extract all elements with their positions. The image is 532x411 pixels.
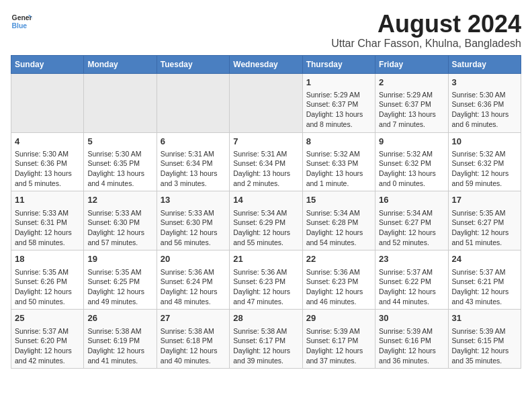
- empty-day-cell: [157, 73, 229, 132]
- calendar-day-cell: 18Sunrise: 5:35 AM Sunset: 6:26 PM Dayli…: [11, 250, 84, 310]
- day-content: Sunrise: 5:30 AM Sunset: 6:36 PM Dayligh…: [452, 90, 517, 130]
- day-content: Sunrise: 5:31 AM Sunset: 6:34 PM Dayligh…: [233, 149, 298, 189]
- day-content: Sunrise: 5:34 AM Sunset: 6:27 PM Dayligh…: [379, 208, 444, 248]
- day-content: Sunrise: 5:38 AM Sunset: 6:18 PM Dayligh…: [161, 326, 226, 366]
- day-content: Sunrise: 5:29 AM Sunset: 6:37 PM Dayligh…: [379, 90, 444, 130]
- logo-icon: General Blue: [11, 11, 32, 32]
- day-content: Sunrise: 5:34 AM Sunset: 6:28 PM Dayligh…: [306, 208, 371, 248]
- calendar-day-cell: 29Sunrise: 5:39 AM Sunset: 6:17 PM Dayli…: [302, 310, 375, 369]
- calendar-day-cell: 17Sunrise: 5:35 AM Sunset: 6:27 PM Dayli…: [448, 191, 521, 250]
- day-number: 31: [452, 312, 517, 324]
- calendar-week-row: 4Sunrise: 5:30 AM Sunset: 6:36 PM Daylig…: [11, 132, 521, 191]
- calendar-day-cell: 4Sunrise: 5:30 AM Sunset: 6:36 PM Daylig…: [11, 132, 84, 191]
- calendar-title: August 2024: [331, 11, 521, 38]
- page-header: General Blue August 2024 Uttar Char Fass…: [11, 11, 521, 50]
- day-content: Sunrise: 5:34 AM Sunset: 6:29 PM Dayligh…: [233, 208, 298, 248]
- calendar-day-cell: 22Sunrise: 5:36 AM Sunset: 6:23 PM Dayli…: [302, 250, 375, 310]
- weekday-header-saturday: Saturday: [448, 55, 521, 73]
- day-number: 17: [452, 194, 517, 206]
- calendar-day-cell: 2Sunrise: 5:29 AM Sunset: 6:37 PM Daylig…: [375, 73, 448, 132]
- calendar-day-cell: 23Sunrise: 5:37 AM Sunset: 6:22 PM Dayli…: [375, 250, 448, 310]
- empty-day-cell: [230, 73, 302, 132]
- day-number: 26: [87, 312, 152, 324]
- day-content: Sunrise: 5:33 AM Sunset: 6:31 PM Dayligh…: [15, 208, 80, 248]
- day-number: 2: [379, 77, 444, 89]
- day-content: Sunrise: 5:33 AM Sunset: 6:30 PM Dayligh…: [87, 208, 152, 248]
- day-content: Sunrise: 5:36 AM Sunset: 6:23 PM Dayligh…: [306, 267, 371, 307]
- day-content: Sunrise: 5:37 AM Sunset: 6:22 PM Dayligh…: [379, 267, 444, 307]
- weekday-header-sunday: Sunday: [11, 55, 84, 73]
- weekday-header-thursday: Thursday: [302, 55, 375, 73]
- day-number: 13: [161, 194, 226, 206]
- calendar-day-cell: 12Sunrise: 5:33 AM Sunset: 6:30 PM Dayli…: [84, 191, 157, 250]
- calendar-subtitle: Uttar Char Fasson, Khulna, Bangladesh: [331, 38, 521, 50]
- day-number: 5: [87, 136, 152, 148]
- day-content: Sunrise: 5:38 AM Sunset: 6:19 PM Dayligh…: [87, 326, 152, 366]
- logo: General Blue: [11, 11, 32, 32]
- day-number: 4: [15, 136, 80, 148]
- calendar-day-cell: 1Sunrise: 5:29 AM Sunset: 6:37 PM Daylig…: [302, 73, 375, 132]
- day-number: 9: [379, 136, 444, 148]
- calendar-day-cell: 11Sunrise: 5:33 AM Sunset: 6:31 PM Dayli…: [11, 191, 84, 250]
- day-number: 10: [452, 136, 517, 148]
- calendar-day-cell: 15Sunrise: 5:34 AM Sunset: 6:28 PM Dayli…: [302, 191, 375, 250]
- calendar-day-cell: 19Sunrise: 5:35 AM Sunset: 6:25 PM Dayli…: [84, 250, 157, 310]
- day-number: 7: [233, 136, 298, 148]
- day-number: 14: [233, 194, 298, 206]
- day-number: 30: [379, 312, 444, 324]
- day-number: 6: [161, 136, 226, 148]
- calendar-day-cell: 31Sunrise: 5:39 AM Sunset: 6:15 PM Dayli…: [448, 310, 521, 369]
- day-content: Sunrise: 5:30 AM Sunset: 6:36 PM Dayligh…: [15, 149, 80, 189]
- day-number: 28: [233, 312, 298, 324]
- calendar-day-cell: 26Sunrise: 5:38 AM Sunset: 6:19 PM Dayli…: [84, 310, 157, 369]
- day-number: 12: [87, 194, 152, 206]
- calendar-day-cell: 30Sunrise: 5:39 AM Sunset: 6:16 PM Dayli…: [375, 310, 448, 369]
- calendar-day-cell: 24Sunrise: 5:37 AM Sunset: 6:21 PM Dayli…: [448, 250, 521, 310]
- weekday-header-row: SundayMondayTuesdayWednesdayThursdayFrid…: [11, 55, 521, 73]
- calendar-day-cell: 25Sunrise: 5:37 AM Sunset: 6:20 PM Dayli…: [11, 310, 84, 369]
- day-number: 23: [379, 253, 444, 265]
- day-number: 3: [452, 77, 517, 89]
- day-content: Sunrise: 5:37 AM Sunset: 6:20 PM Dayligh…: [15, 326, 80, 366]
- day-content: Sunrise: 5:32 AM Sunset: 6:32 PM Dayligh…: [379, 149, 444, 189]
- day-content: Sunrise: 5:35 AM Sunset: 6:26 PM Dayligh…: [15, 267, 80, 307]
- calendar-day-cell: 10Sunrise: 5:32 AM Sunset: 6:32 PM Dayli…: [448, 132, 521, 191]
- day-number: 29: [306, 312, 371, 324]
- day-number: 8: [306, 136, 371, 148]
- day-content: Sunrise: 5:32 AM Sunset: 6:33 PM Dayligh…: [306, 149, 371, 189]
- day-number: 22: [306, 253, 371, 265]
- day-number: 24: [452, 253, 517, 265]
- day-content: Sunrise: 5:35 AM Sunset: 6:27 PM Dayligh…: [452, 208, 517, 248]
- calendar-day-cell: 16Sunrise: 5:34 AM Sunset: 6:27 PM Dayli…: [375, 191, 448, 250]
- day-content: Sunrise: 5:31 AM Sunset: 6:34 PM Dayligh…: [161, 149, 226, 189]
- day-content: Sunrise: 5:29 AM Sunset: 6:37 PM Dayligh…: [306, 90, 371, 130]
- day-number: 1: [306, 77, 371, 89]
- calendar-day-cell: 9Sunrise: 5:32 AM Sunset: 6:32 PM Daylig…: [375, 132, 448, 191]
- calendar-day-cell: 6Sunrise: 5:31 AM Sunset: 6:34 PM Daylig…: [157, 132, 229, 191]
- empty-day-cell: [84, 73, 157, 132]
- calendar-day-cell: 14Sunrise: 5:34 AM Sunset: 6:29 PM Dayli…: [230, 191, 302, 250]
- calendar-day-cell: 7Sunrise: 5:31 AM Sunset: 6:34 PM Daylig…: [230, 132, 302, 191]
- day-number: 20: [161, 253, 226, 265]
- weekday-header-tuesday: Tuesday: [157, 55, 229, 73]
- calendar-day-cell: 27Sunrise: 5:38 AM Sunset: 6:18 PM Dayli…: [157, 310, 229, 369]
- calendar-day-cell: 5Sunrise: 5:30 AM Sunset: 6:35 PM Daylig…: [84, 132, 157, 191]
- day-number: 15: [306, 194, 371, 206]
- day-content: Sunrise: 5:39 AM Sunset: 6:15 PM Dayligh…: [452, 326, 517, 366]
- day-number: 16: [379, 194, 444, 206]
- calendar-day-cell: 28Sunrise: 5:38 AM Sunset: 6:17 PM Dayli…: [230, 310, 302, 369]
- day-number: 25: [15, 312, 80, 324]
- day-content: Sunrise: 5:39 AM Sunset: 6:16 PM Dayligh…: [379, 326, 444, 366]
- day-content: Sunrise: 5:38 AM Sunset: 6:17 PM Dayligh…: [233, 326, 298, 366]
- svg-text:Blue: Blue: [12, 22, 28, 30]
- day-content: Sunrise: 5:39 AM Sunset: 6:17 PM Dayligh…: [306, 326, 371, 366]
- calendar-week-row: 11Sunrise: 5:33 AM Sunset: 6:31 PM Dayli…: [11, 191, 521, 250]
- calendar-week-row: 18Sunrise: 5:35 AM Sunset: 6:26 PM Dayli…: [11, 250, 521, 310]
- weekday-header-friday: Friday: [375, 55, 448, 73]
- calendar-day-cell: 13Sunrise: 5:33 AM Sunset: 6:30 PM Dayli…: [157, 191, 229, 250]
- title-block: August 2024 Uttar Char Fasson, Khulna, B…: [331, 11, 521, 50]
- calendar-day-cell: 3Sunrise: 5:30 AM Sunset: 6:36 PM Daylig…: [448, 73, 521, 132]
- calendar-day-cell: 21Sunrise: 5:36 AM Sunset: 6:23 PM Dayli…: [230, 250, 302, 310]
- weekday-header-wednesday: Wednesday: [230, 55, 302, 73]
- calendar-week-row: 25Sunrise: 5:37 AM Sunset: 6:20 PM Dayli…: [11, 310, 521, 369]
